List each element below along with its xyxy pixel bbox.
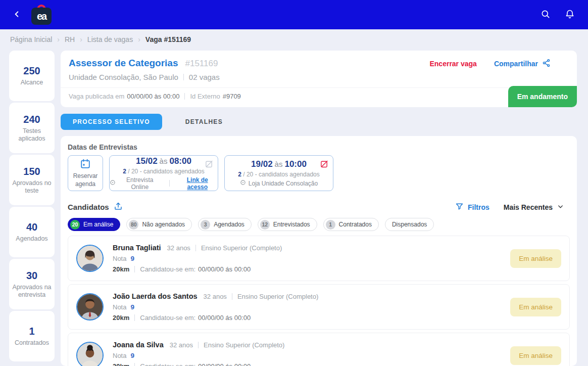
job-header-card: Assessor de Categorias #151169 Encerrar …: [61, 51, 577, 107]
stat-card-aprovados-teste[interactable]: 150 Aprovados no teste: [9, 155, 55, 205]
slot-scheduled-text: / 20 - candidatos agendados: [243, 171, 319, 178]
tab-processo-seletivo[interactable]: PROCESSO SELETIVO: [61, 114, 162, 130]
chip-label: Não agendados: [142, 221, 185, 228]
export-icon: [114, 202, 123, 212]
divider: [195, 245, 196, 251]
stat-label: Contratados: [15, 339, 49, 347]
app-logo[interactable]: ea: [31, 5, 52, 25]
breadcrumb-home[interactable]: Página Inicial: [10, 35, 52, 43]
stat-card-alcance[interactable]: 250 Alcance: [9, 51, 55, 101]
avatar: [76, 245, 104, 272]
chip-entrevistados[interactable]: 12 Entrevistados: [258, 218, 317, 231]
search-icon: [541, 9, 551, 21]
share-icon: [542, 59, 551, 69]
candidate-name: João Laerda dos Santos: [113, 292, 198, 300]
slot-date: 15/02: [136, 156, 158, 166]
job-code: #151169: [185, 59, 218, 69]
funnel-stats-sidebar: 250 Alcance 240 Testes aplicados 150 Apr…: [9, 51, 55, 366]
divider: [198, 342, 199, 348]
candidate-status-badge: Em análise: [510, 249, 561, 268]
candidate-education: Ensino Superior (Completo): [201, 244, 282, 252]
reserve-agenda-label-line2: agenda: [75, 181, 95, 188]
search-button[interactable]: [537, 7, 554, 23]
chip-contratados[interactable]: 1 Contratados: [323, 218, 379, 231]
stat-value: 40: [26, 221, 37, 233]
filters-button[interactable]: Filtros: [455, 202, 489, 212]
reserve-agenda-button[interactable]: Reservar agenda: [68, 155, 103, 191]
slot-place: Loja Unidade Consolação: [249, 180, 318, 187]
breadcrumb-separator: ›: [57, 35, 60, 43]
divider: [184, 93, 185, 100]
share-button[interactable]: Compartilhar: [494, 59, 551, 69]
slot-connector: às: [275, 160, 283, 168]
close-job-button[interactable]: Encerrar vaga: [429, 60, 476, 68]
score-value: 9: [130, 352, 134, 359]
score-label: Nota: [113, 352, 126, 359]
job-external-id-value: #9709: [223, 93, 241, 100]
stat-label: Agendados: [16, 235, 47, 243]
candidate-row-bruna-tagliati[interactable]: Bruna Tagliati 32 anos Ensino Superior (…: [68, 236, 570, 281]
chip-label: Em análise: [83, 221, 113, 228]
breadcrumb-job-list[interactable]: Lista de vagas: [87, 35, 133, 43]
location-icon: [240, 179, 246, 187]
slot-scheduled-count: 2: [238, 171, 241, 178]
candidate-education: Ensino Superior (Completo): [237, 293, 318, 300]
candidate-age: 32 anos: [170, 341, 193, 349]
score-label: Nota: [113, 255, 126, 262]
stat-label: Alcance: [21, 79, 43, 86]
candidate-row-joao-laerda[interactable]: João Laerda dos Santos 32 anos Ensino Su…: [68, 284, 570, 330]
divider: [169, 180, 170, 187]
tab-bar: PROCESSO SELETIVO DETALHES: [61, 114, 577, 130]
job-location: Unidade Consolação, São Paulo: [69, 73, 178, 81]
back-button[interactable]: [10, 8, 24, 22]
chip-count-badge: 1: [326, 220, 335, 230]
stat-card-aprovados-entrevista[interactable]: 30 Aprovados na entrevista: [9, 259, 55, 309]
applied-label: Candidatou-se em:: [140, 265, 195, 273]
tab-detalhes[interactable]: DETALHES: [173, 114, 235, 130]
access-link[interactable]: Link de acesso: [177, 176, 218, 191]
chip-agendados[interactable]: 3 Agendados: [198, 218, 252, 231]
slot-date: 19/02: [251, 159, 273, 169]
interview-slot-2[interactable]: 19/02às10:00 2 / 20 - candidatos agendad…: [224, 155, 333, 191]
top-navbar: ea: [0, 0, 588, 29]
chevron-left-icon: [13, 10, 21, 20]
chip-nao-agendados[interactable]: 80 Não agendados: [126, 218, 192, 231]
interview-slot-1[interactable]: 15/02às08:00 2 / 20 - candidatos agendad…: [109, 155, 218, 191]
status-filter-chips: 20 Em análise 80 Não agendados 3 Agendad…: [68, 218, 570, 231]
notifications-button[interactable]: [562, 7, 578, 23]
candidate-distance: 20km: [113, 314, 129, 322]
stat-label: Aprovados na entrevista: [11, 284, 53, 299]
stat-card-contratados[interactable]: 1 Contratados: [9, 311, 55, 361]
breadcrumb-separator: ›: [138, 35, 140, 43]
stat-card-agendados[interactable]: 40 Agendados: [9, 207, 55, 257]
breadcrumb-current-job: Vaga #151169: [145, 35, 191, 43]
divider: [134, 363, 135, 366]
applied-value: 00/00/00 ás 00:00: [198, 362, 251, 366]
candidates-heading: Candidatos: [68, 203, 109, 211]
job-status-badge: Em andamento: [508, 86, 577, 107]
chip-dispensados[interactable]: Dispensados: [385, 218, 434, 231]
main-content: Assessor de Categorias #151169 Encerrar …: [61, 51, 577, 366]
breadcrumb-rh[interactable]: RH: [65, 35, 75, 43]
chip-label: Dispensados: [392, 221, 427, 228]
location-icon: [110, 179, 116, 187]
chip-count-badge: 20: [70, 220, 80, 230]
export-candidates-button[interactable]: [114, 202, 123, 212]
chip-em-analise[interactable]: 20 Em análise: [68, 218, 120, 231]
score-label: Nota: [113, 303, 126, 311]
candidate-education: Ensino Superior (Completo): [204, 341, 284, 349]
sort-dropdown[interactable]: Mais Recentes: [504, 203, 564, 211]
breadcrumb-separator: ›: [80, 35, 82, 43]
interview-dates-heading: Datas de Entrevistas: [68, 143, 570, 151]
stat-card-testes-aplicados[interactable]: 240 Testes aplicados: [9, 103, 55, 153]
filters-label: Filtros: [468, 203, 489, 211]
candidate-age: 32 anos: [167, 244, 190, 252]
share-button-label: Compartilhar: [494, 60, 538, 68]
avatar: [76, 293, 104, 321]
job-published-label: Vaga publicada em: [69, 93, 124, 100]
divider: [183, 74, 184, 80]
divider: [61, 87, 577, 88]
job-published-value: 00/00/00 às 00:00: [127, 93, 179, 100]
candidate-row-joana-da-silva[interactable]: Joana da Silva 32 anos Ensino Superior (…: [68, 333, 570, 366]
avatar: [76, 342, 104, 366]
